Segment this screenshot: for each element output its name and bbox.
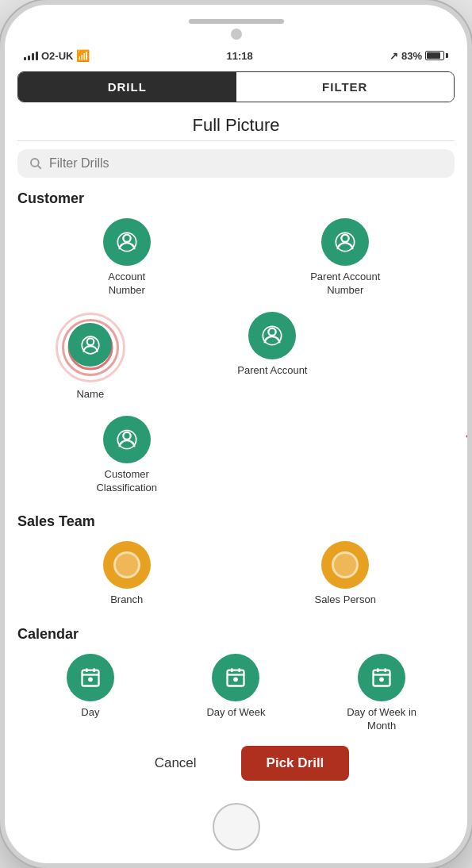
drill-item-parent-account-number[interactable]: Parent Account Number: [236, 218, 455, 298]
drill-item-account-number[interactable]: Account Number: [17, 218, 236, 298]
sales-team-drill-grid: Branch Sales Person: [17, 541, 455, 618]
svg-point-2: [123, 235, 130, 242]
phone-camera: [231, 29, 242, 40]
signal-bar-4: [36, 52, 38, 60]
parent-account-number-icon: [321, 218, 369, 266]
battery-tip: [446, 53, 448, 58]
signal-bar-2: [28, 56, 30, 60]
customer-classification-icon: [103, 416, 151, 463]
carrier-label: O2-UK: [41, 50, 73, 62]
search-input[interactable]: [49, 156, 443, 171]
signal-bars: [24, 52, 38, 60]
day-label: Day: [81, 706, 99, 720]
scrollable-content: Customer Account Number: [17, 190, 455, 736]
drill-item-customer-classification[interactable]: Customer Classification: [17, 416, 236, 495]
back-arrow[interactable]: ‹: [465, 420, 472, 449]
customer-classification-label: Customer Classification: [91, 468, 163, 495]
tab-drill[interactable]: DRILL: [18, 72, 236, 102]
account-number-icon: [103, 218, 151, 266]
name-label: Name: [76, 388, 104, 401]
signal-bar-1: [24, 57, 26, 60]
status-left: O2-UK 📶: [24, 49, 90, 62]
svg-point-8: [269, 328, 276, 335]
drill-item-branch[interactable]: Branch: [17, 541, 236, 607]
tab-bar: DRILL FILTER: [17, 71, 455, 102]
day-of-week-in-month-label: Day of Week in Month: [346, 706, 417, 733]
day-of-week-in-month-icon: [358, 654, 405, 701]
bottom-buttons: Cancel Pick Drill: [17, 736, 455, 793]
signal-bar-3: [32, 53, 34, 60]
svg-point-6: [86, 338, 94, 345]
drill-item-name[interactable]: Name: [17, 312, 163, 401]
calendar-section-header: Calendar: [17, 626, 455, 643]
svg-point-26: [380, 678, 383, 682]
branch-icon: [103, 541, 151, 589]
svg-point-4: [342, 235, 349, 242]
pick-drill-button[interactable]: Pick Drill: [241, 746, 350, 781]
sales-team-section-header: Sales Team: [17, 513, 455, 530]
svg-point-10: [123, 432, 130, 439]
page-title: Full Picture: [17, 115, 455, 136]
search-bar[interactable]: [17, 149, 455, 178]
day-of-week-label: Day of Week: [206, 706, 265, 720]
drill-item-day[interactable]: Day: [17, 654, 163, 733]
svg-point-0: [31, 159, 39, 167]
drill-item-day-of-week-in-month[interactable]: Day of Week in Month: [309, 654, 455, 733]
status-time: 11:18: [227, 50, 253, 62]
home-button[interactable]: [213, 803, 260, 851]
customer-section-header: Customer: [17, 190, 455, 207]
status-bar: O2-UK 📶 11:18 ↗ 83%: [5, 46, 467, 65]
phone-speaker: [189, 19, 284, 24]
customer-drill-grid: Account Number Parent Account Number: [17, 218, 455, 505]
search-icon: [29, 156, 43, 171]
svg-point-21: [235, 678, 238, 682]
branch-label: Branch: [110, 593, 143, 607]
sales-person-icon: [321, 541, 369, 589]
calendar-drill-grid: Day Day of Week: [17, 654, 455, 736]
battery-pct-label: 83%: [401, 50, 422, 62]
wifi-icon: 📶: [76, 49, 90, 62]
svg-point-16: [89, 678, 92, 682]
day-of-week-icon: [212, 654, 259, 701]
cancel-button[interactable]: Cancel: [123, 746, 228, 781]
battery-indicator: [425, 51, 448, 60]
name-ring-container: [55, 312, 126, 383]
battery-fill: [427, 52, 440, 59]
sales-person-label: Sales Person: [315, 593, 376, 607]
drill-item-parent-account[interactable]: Parent Account: [163, 312, 382, 401]
parent-account-number-label: Parent Account Number: [309, 271, 381, 298]
account-number-label: Account Number: [91, 271, 163, 298]
location-icon: ↗: [389, 50, 398, 62]
battery-body: [425, 51, 444, 60]
title-divider: [17, 140, 455, 141]
tab-filter[interactable]: FILTER: [236, 72, 455, 102]
drill-item-sales-person[interactable]: Sales Person: [236, 541, 455, 607]
day-icon: [67, 654, 114, 701]
svg-line-1: [38, 166, 41, 169]
status-right: ↗ 83%: [389, 50, 448, 62]
parent-account-icon: [248, 312, 296, 359]
app-container: DRILL FILTER Full Picture Customer: [5, 65, 467, 793]
parent-account-label: Parent Account: [237, 364, 307, 378]
drill-item-day-of-week[interactable]: Day of Week: [163, 654, 309, 733]
